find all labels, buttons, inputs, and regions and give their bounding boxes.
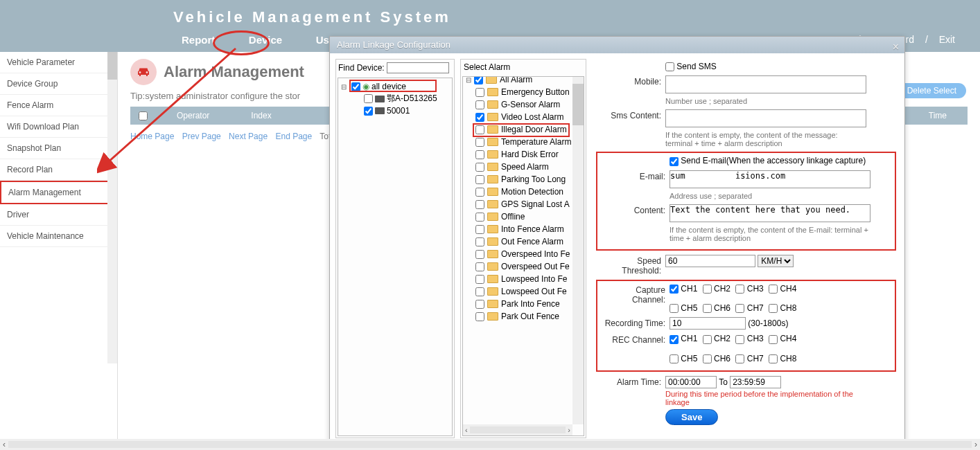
capture-ch3-checkbox[interactable] [735, 285, 744, 294]
alarm-checkbox[interactable] [475, 150, 484, 159]
alarm-checkbox[interactable] [475, 88, 484, 97]
select-all-checkbox[interactable] [139, 111, 148, 120]
tree-checkbox[interactable] [364, 94, 373, 103]
sidebar-item-fence-alarm[interactable]: Fence Alarm [0, 95, 117, 116]
alarm-item[interactable]: GPS Signal Lost A [463, 198, 584, 210]
alarm-checkbox[interactable] [475, 200, 484, 209]
capture-ch7-checkbox[interactable] [735, 304, 744, 313]
mobile-input[interactable] [665, 75, 866, 93]
send-sms-checkbox[interactable] [665, 62, 674, 71]
tree-root-checkbox[interactable] [351, 82, 360, 91]
alarm-checkbox[interactable] [475, 250, 484, 259]
speed-threshold-input[interactable] [665, 255, 755, 267]
chevron-right-icon[interactable]: › [972, 440, 980, 449]
close-icon[interactable]: × [893, 39, 899, 55]
alarm-scrollbar-vertical[interactable] [572, 77, 584, 424]
alarm-item[interactable]: Overspeed Into Fe [463, 248, 584, 260]
capture-ch4-checkbox[interactable] [769, 285, 778, 294]
sms-content-input[interactable] [665, 109, 866, 127]
pager-home[interactable]: Home Page [130, 132, 174, 141]
sidebar-item-wifi-download-plan[interactable]: Wifi Download Plan [0, 116, 117, 138]
alarm-checkbox[interactable] [475, 262, 484, 271]
alarm-item[interactable]: ⊟All Alarm [463, 76, 584, 86]
alarm-item[interactable]: Out Fence Alarm [463, 235, 584, 248]
tree-node[interactable]: 50001 [353, 105, 449, 116]
sidebar-item-vehicle-parameter[interactable]: Vehicle Parameter [0, 52, 117, 73]
capture-ch6-checkbox[interactable] [703, 304, 712, 313]
alarm-checkbox[interactable] [475, 113, 484, 122]
alarm-checkbox[interactable] [475, 312, 484, 321]
tree-root-node[interactable]: ⊟ ◉ all device [341, 81, 449, 92]
alarm-item[interactable]: Speed Alarm [463, 161, 584, 173]
alarm-checkbox[interactable] [475, 275, 484, 284]
alarm-item[interactable]: Offline [463, 210, 584, 223]
save-button[interactable]: Save [665, 409, 718, 425]
delete-select-button[interactable]: Delete Select [898, 83, 966, 98]
rec-ch4-checkbox[interactable] [769, 335, 778, 344]
content-input[interactable]: Text the content here that you need. [670, 204, 870, 222]
alarm-time-from-input[interactable] [665, 376, 717, 388]
speed-unit-select[interactable]: KM/H [758, 255, 794, 267]
alarm-checkbox[interactable] [475, 188, 484, 197]
sidebar-item-driver[interactable]: Driver [0, 204, 117, 226]
rec-ch8-checkbox[interactable] [769, 354, 778, 363]
alarm-item[interactable]: Emergency Button [463, 86, 584, 98]
alarm-item[interactable]: Park Out Fence [463, 310, 584, 323]
chevron-left-icon[interactable]: ‹ [463, 426, 470, 434]
capture-ch2-checkbox[interactable] [703, 285, 712, 294]
sidebar-item-alarm-management[interactable]: Alarm Management [0, 181, 117, 204]
alarm-item[interactable]: Park Into Fence [463, 298, 584, 310]
rec-ch7-checkbox[interactable] [735, 354, 744, 363]
rec-ch6-checkbox[interactable] [703, 354, 712, 363]
alarm-checkbox[interactable] [475, 125, 484, 134]
alarm-item[interactable]: Lowspeed Into Fe [463, 273, 584, 285]
nav-report[interactable]: Report [182, 34, 215, 46]
alarm-scrollbar-horizontal[interactable]: ‹ › [463, 424, 572, 435]
alarm-checkbox[interactable] [475, 100, 484, 109]
pager-end[interactable]: End Page [276, 132, 313, 141]
alarm-item[interactable]: Parking Too Long [463, 173, 584, 186]
alarm-item[interactable]: G-Sensor Alarm [463, 98, 584, 111]
alarm-list[interactable]: ⊟All AlarmEmergency ButtonG-Sensor Alarm… [462, 76, 584, 436]
pager-prev[interactable]: Prev Page [182, 132, 221, 141]
sidebar-item-record-plan[interactable]: Record Plan [0, 159, 117, 181]
rec-ch1-checkbox[interactable] [670, 335, 679, 344]
tree-collapse-icon[interactable]: ⊟ [341, 83, 349, 91]
recording-time-input[interactable] [670, 317, 746, 330]
rec-ch3-checkbox[interactable] [735, 335, 744, 344]
sidebar-item-device-group[interactable]: Device Group [0, 73, 117, 95]
alarm-item[interactable]: Video Lost Alarm [463, 111, 584, 123]
sidebar-scrollbar-vertical[interactable] [107, 52, 117, 363]
window-scrollbar-horizontal[interactable]: ‹ › [0, 439, 980, 450]
alarm-checkbox[interactable] [475, 287, 484, 296]
sidebar-item-vehicle-maintenance[interactable]: Vehicle Maintenance [0, 226, 117, 247]
tree-node[interactable]: 鄂A-D513265 [353, 92, 449, 105]
alarm-checkbox[interactable] [475, 225, 484, 234]
capture-ch5-checkbox[interactable] [670, 304, 679, 313]
chevron-left-icon[interactable]: ‹ [0, 440, 8, 449]
alarm-item[interactable]: Overspeed Out Fe [463, 260, 584, 273]
alarm-checkbox[interactable] [475, 300, 484, 309]
sidebar-item-snapshot-plan[interactable]: Snapshot Plan [0, 138, 117, 159]
link-exit[interactable]: Exit [939, 34, 955, 45]
alarm-item[interactable]: Hard Disk Error [463, 148, 584, 161]
alarm-item[interactable]: Into Fence Alarm [463, 223, 584, 235]
alarm-item[interactable]: Illegal Door Alarm [463, 123, 584, 136]
alarm-time-to-input[interactable] [730, 376, 781, 388]
pager-next[interactable]: Next Page [229, 132, 268, 141]
rec-ch5-checkbox[interactable] [670, 354, 679, 363]
device-tree[interactable]: ⊟ ◉ all device 鄂A-D51326550001 [338, 78, 453, 436]
send-email-checkbox[interactable] [670, 157, 679, 166]
alarm-checkbox[interactable] [475, 213, 484, 222]
alarm-item[interactable]: Lowspeed Out Fe [463, 285, 584, 298]
email-input[interactable]: sum isions.com [670, 170, 870, 188]
alarm-item[interactable]: Motion Detection [463, 186, 584, 198]
alarm-checkbox[interactable] [475, 163, 484, 172]
alarm-checkbox[interactable] [474, 76, 483, 84]
tree-checkbox[interactable] [364, 107, 373, 116]
chevron-right-icon[interactable]: › [566, 426, 572, 434]
alarm-checkbox[interactable] [475, 237, 484, 246]
alarm-item[interactable]: Temperature Alarm [463, 136, 584, 148]
nav-device[interactable]: Device [249, 34, 282, 46]
alarm-checkbox[interactable] [475, 138, 484, 147]
